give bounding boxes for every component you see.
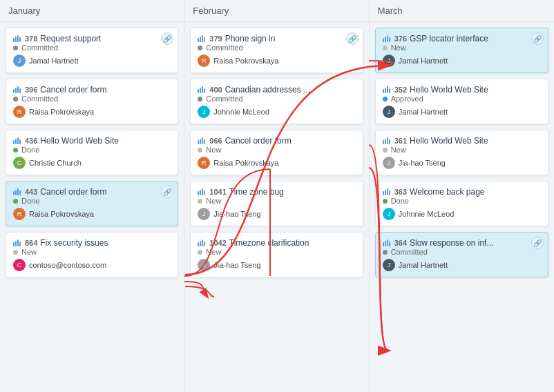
column-label-january: January bbox=[8, 6, 40, 16]
card-status: Committed bbox=[198, 95, 355, 103]
card-id: 363 bbox=[394, 188, 407, 196]
column-cards-march: 🔗 376 GSP locator interface New J Jamal … bbox=[370, 22, 554, 392]
card-name: Timezone clarification bbox=[229, 238, 309, 248]
status-dot bbox=[198, 97, 202, 101]
link-icon[interactable]: 🔗 bbox=[161, 32, 173, 45]
card-1041[interactable]: 1041 Time zone bug New J Jia-hao Tseng bbox=[190, 181, 363, 226]
card-363[interactable]: 363 Welcome back page Done J Johnnie McL… bbox=[375, 181, 548, 226]
link-icon[interactable]: 🔗 bbox=[346, 32, 359, 45]
user-name: Christie Church bbox=[29, 159, 82, 167]
card-status: Done bbox=[383, 197, 541, 205]
card-864[interactable]: 864 Fix security issues New C contoso@co… bbox=[6, 232, 178, 277]
card-title-row: 436 Hello World Web Site bbox=[13, 136, 171, 146]
avatar: J bbox=[383, 259, 395, 271]
card-user: R Raisa Pokrovskaya bbox=[198, 157, 355, 169]
status-dot bbox=[383, 46, 388, 50]
link-icon[interactable]: 🔗 bbox=[531, 237, 544, 249]
bars-icon bbox=[383, 188, 390, 195]
card-966[interactable]: 966 Cancel order form New R Raisa Pokrov… bbox=[190, 130, 363, 175]
user-name: contoso@contoso.com bbox=[29, 261, 106, 269]
card-status: Approved bbox=[383, 95, 541, 103]
card-396[interactable]: 396 Cancel order form Committed R Raisa … bbox=[6, 79, 178, 124]
card-user: R Raisa Pokrovskaya bbox=[13, 106, 171, 118]
card-id: 378 bbox=[25, 35, 37, 43]
card-id: 400 bbox=[209, 86, 222, 94]
avatar: J bbox=[383, 208, 395, 220]
card-378[interactable]: 🔗 378 Request support Committed J Jamal … bbox=[6, 28, 178, 73]
card-379[interactable]: 🔗 379 Phone sign in Committed R Raisa Po… bbox=[190, 28, 363, 73]
status-dot bbox=[13, 250, 18, 255]
card-361[interactable]: 361 Hello World Web Site New J Jia-hao T… bbox=[375, 130, 548, 175]
user-name: Raisa Pokrovskaya bbox=[29, 108, 94, 116]
user-name: Jia-hao Tseng bbox=[213, 261, 260, 269]
column-header-march: March bbox=[370, 0, 554, 22]
card-id: 966 bbox=[209, 137, 222, 145]
card-status: New bbox=[383, 146, 541, 154]
card-status: New bbox=[198, 197, 355, 205]
card-user: R Raisa Pokrovskaya bbox=[198, 55, 355, 67]
card-400[interactable]: 400 Canadian addresses ... Committed J J… bbox=[190, 79, 363, 124]
card-1042[interactable]: 1042 Timezone clarification New J Jia-ha… bbox=[190, 232, 363, 277]
card-title-row: 378 Request support bbox=[13, 34, 171, 43]
link-icon[interactable]: 🔗 bbox=[531, 32, 544, 45]
avatar: J bbox=[198, 106, 210, 118]
column-march: March 🔗 376 GSP locator interface New J bbox=[370, 0, 554, 392]
column-label-february: February bbox=[193, 6, 229, 16]
avatar: R bbox=[13, 208, 26, 220]
card-name: Hello World Web Site bbox=[410, 136, 488, 146]
status-dot bbox=[383, 250, 388, 255]
status-label: New bbox=[21, 248, 37, 256]
user-name: Johnnie McLeod bbox=[213, 108, 269, 116]
card-user: J Jia-hao Tseng bbox=[198, 259, 355, 271]
card-name: Slow response on inf... bbox=[410, 238, 493, 248]
bars-icon bbox=[13, 86, 21, 93]
column-cards-february: 🔗 379 Phone sign in Committed R Raisa Po… bbox=[184, 22, 368, 392]
user-name: Jamal Hartnett bbox=[399, 108, 448, 116]
card-364[interactable]: 🔗 364 Slow response on inf... Committed … bbox=[375, 232, 548, 277]
user-name: Jamal Hartnett bbox=[399, 261, 448, 269]
user-name: Raisa Pokrovskaya bbox=[29, 210, 94, 218]
card-user: J Jamal Hartnett bbox=[383, 55, 541, 67]
status-label: New bbox=[391, 43, 406, 52]
card-status: New bbox=[198, 248, 355, 256]
card-title-row: 443 Cancel order form bbox=[13, 187, 171, 197]
card-436[interactable]: 436 Hello World Web Site Done C Christie… bbox=[6, 130, 178, 175]
avatar: J bbox=[383, 55, 395, 67]
card-name: Cancel order form bbox=[40, 85, 106, 95]
card-352[interactable]: 352 Hello World Web Site Approved J Jama… bbox=[375, 79, 548, 124]
card-443[interactable]: 🔗 443 Cancel order form Done R Raisa Pok… bbox=[6, 181, 178, 226]
card-status: New bbox=[198, 146, 355, 154]
user-name: Jamal Hartnett bbox=[399, 57, 448, 65]
status-dot bbox=[198, 148, 202, 153]
card-id: 1041 bbox=[209, 188, 226, 196]
card-name: Cancel order form bbox=[40, 187, 106, 197]
card-user: C Christie Church bbox=[13, 157, 171, 169]
status-label: Done bbox=[21, 197, 39, 205]
user-name: Jia-hao Tseng bbox=[399, 159, 446, 167]
card-title-row: 1041 Time zone bug bbox=[198, 187, 355, 197]
status-dot bbox=[198, 199, 202, 204]
card-name: Welcome back page bbox=[410, 187, 485, 197]
card-user: J Jia-hao Tseng bbox=[383, 157, 541, 169]
card-name: Hello World Web Site bbox=[40, 136, 119, 146]
link-icon[interactable]: 🔗 bbox=[161, 186, 173, 198]
card-id: 361 bbox=[394, 137, 407, 145]
bars-icon bbox=[383, 86, 390, 93]
bars-icon bbox=[383, 137, 390, 144]
avatar: C bbox=[13, 259, 26, 271]
bars-icon bbox=[13, 35, 21, 42]
card-name: Time zone bug bbox=[229, 187, 284, 197]
status-dot bbox=[198, 46, 202, 50]
bars-icon bbox=[13, 137, 21, 144]
status-label: Committed bbox=[21, 95, 58, 103]
bars-icon bbox=[198, 35, 205, 42]
card-status: New bbox=[13, 248, 171, 256]
status-dot bbox=[13, 46, 18, 50]
column-label-march: March bbox=[378, 6, 403, 16]
card-title-row: 864 Fix security issues bbox=[13, 238, 171, 248]
card-376[interactable]: 🔗 376 GSP locator interface New J Jamal … bbox=[375, 28, 548, 73]
status-label: Committed bbox=[21, 43, 58, 52]
card-title-row: 966 Cancel order form bbox=[198, 136, 355, 146]
card-user: J Jamal Hartnett bbox=[13, 55, 171, 67]
status-dot bbox=[13, 148, 18, 153]
